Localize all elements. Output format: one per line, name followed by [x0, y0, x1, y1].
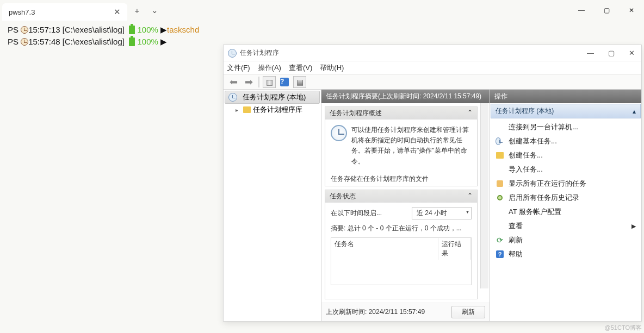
status-header[interactable]: 任务状态 ⌃: [325, 190, 477, 203]
task-icon: [496, 152, 504, 159]
tree-library[interactable]: ▸ 任务计划程序库: [224, 104, 321, 116]
task-max-button[interactable]: ▢: [606, 48, 617, 58]
task-menubar: 文件(F) 操作(A) 查看(V) 帮助(H): [224, 61, 641, 74]
enable-icon: [497, 195, 503, 200]
toolbar-panes-button[interactable]: ▥: [263, 76, 276, 88]
overview-header[interactable]: 任务计划程序概述 ⌃: [325, 107, 477, 120]
refresh-icon: ⟳: [496, 236, 504, 244]
task-icon: [496, 137, 501, 145]
clock-large-icon: [331, 125, 347, 141]
last-refresh-label: 上次刷新时间: 2024/2/11 15:57:49: [326, 307, 425, 317]
actions-section-label: 任务计划程序 (本地): [496, 106, 554, 116]
tree-library-label: 任务计划程序库: [253, 105, 302, 115]
action-view[interactable]: 查看▶: [490, 219, 641, 233]
expand-icon[interactable]: ▸: [236, 107, 241, 113]
overview-panel: 任务计划程序概述 ⌃ 可以使用任务计划程序来创建和管理计算机将在所指定的时间自动…: [325, 106, 478, 186]
task-scheduler-titlebar[interactable]: 任务计划程序 — ▢ ✕: [224, 45, 641, 61]
status-panel: 任务状态 ⌃ 在以下时间段启... 近 24 小时 摘要: 总计 0 个 - 0…: [325, 190, 478, 299]
tree-root[interactable]: 任务计划程序 (本地): [225, 91, 320, 104]
clock-icon: [21, 26, 28, 34]
clock-icon: [21, 38, 28, 46]
task-scheduler-window: 任务计划程序 — ▢ ✕ 文件(F) 操作(A) 查看(V) 帮助(H) ⬅ ➡…: [223, 45, 642, 322]
terminal-tab[interactable]: pwsh7.3 ✕: [2, 3, 127, 21]
tab-close-icon[interactable]: ✕: [114, 7, 121, 17]
nav-forward-button[interactable]: ➡: [242, 76, 255, 88]
overview-text: 可以使用任务计划程序来创建和管理计算机将在所指定的时间自动执行的常见任务。若要开…: [351, 125, 472, 167]
terminal-titlebar: pwsh7.3 ✕ + ⌄ — ▢ ✕: [0, 0, 644, 21]
task-close-button[interactable]: ✕: [627, 48, 637, 58]
status-summary: 摘要: 总计 0 个 - 0 个正在运行，0 个成功，...: [331, 224, 472, 233]
menu-file[interactable]: 文件(F): [227, 63, 250, 73]
toolbar-help-button[interactable]: ?: [278, 76, 291, 88]
center-footer: 上次刷新时间: 2024/2/11 15:57:49 刷新: [321, 303, 490, 321]
nav-back-button[interactable]: ⬅: [227, 76, 240, 88]
watermark: @51CTO博客: [605, 324, 642, 332]
toolbar-view-button[interactable]: ▤: [293, 76, 306, 88]
chevron-up-icon: ▴: [633, 108, 636, 115]
minimize-button[interactable]: —: [569, 0, 594, 21]
task-center-pane: 任务计划程序摘要(上次刷新时间: 2024/2/11 15:57:49) 任务计…: [321, 90, 490, 321]
maximize-button[interactable]: ▢: [594, 0, 619, 21]
chevron-right-icon: ▶: [631, 223, 636, 230]
action-enable-history[interactable]: 启用所有任务历史记录: [490, 191, 641, 205]
col-task-name[interactable]: 任务名: [331, 238, 438, 260]
collapse-icon[interactable]: ⌃: [467, 192, 473, 201]
col-run-result[interactable]: 运行结果: [438, 238, 471, 260]
battery-icon: [129, 37, 135, 46]
running-icon: [497, 180, 503, 187]
tab-title: pwsh7.3: [9, 8, 35, 16]
action-create-task[interactable]: 创建任务...: [490, 148, 641, 162]
task-window-controls: — ▢ ✕: [585, 48, 637, 58]
center-content: 任务计划程序概述 ⌃ 可以使用任务计划程序来创建和管理计算机将在所指定的时间自动…: [321, 103, 490, 303]
overview-title: 任务计划程序概述: [330, 109, 382, 118]
close-button[interactable]: ✕: [619, 0, 644, 21]
scrollbar[interactable]: [480, 103, 488, 288]
status-body: 在以下时间段启... 近 24 小时 摘要: 总计 0 个 - 0 个正在运行，…: [325, 203, 477, 290]
action-help[interactable]: ?帮助: [490, 247, 641, 261]
action-refresh[interactable]: ⟳刷新: [490, 233, 641, 247]
menu-help[interactable]: 帮助(H): [320, 63, 344, 73]
actions-pane: 操作 任务计划程序 (本地) ▴ 连接到另一台计算机... 创建基本任务... …: [490, 90, 641, 321]
new-tab-button[interactable]: +: [129, 3, 145, 18]
action-connect-computer[interactable]: 连接到另一台计算机...: [490, 120, 641, 134]
task-tree[interactable]: 任务计划程序 (本地) ▸ 任务计划程序库: [224, 90, 321, 321]
task-scheduler-title: 任务计划程序: [240, 48, 279, 58]
menu-action[interactable]: 操作(A): [258, 63, 281, 73]
task-table[interactable]: 任务名 运行结果: [331, 237, 472, 285]
action-at-service-config[interactable]: AT 服务帐户配置: [490, 205, 641, 219]
task-body: 任务计划程序 (本地) ▸ 任务计划程序库 任务计划程序摘要(上次刷新时间: 2…: [224, 90, 641, 321]
action-create-basic-task[interactable]: 创建基本任务...: [490, 134, 641, 148]
status-title: 任务状态: [330, 192, 356, 201]
menu-view[interactable]: 查看(V): [289, 63, 312, 73]
task-toolbar: ⬅ ➡ ▥ ? ▤: [224, 74, 641, 90]
summary-header: 任务计划程序摘要(上次刷新时间: 2024/2/11 15:57:49): [321, 90, 490, 103]
window-controls: — ▢ ✕: [569, 0, 644, 21]
terminal-line: PS 15:57:13 [C:\exes\alist\log] 100% ▶ta…: [8, 24, 636, 36]
actions-list: 连接到另一台计算机... 创建基本任务... 创建任务... 导入任务... 显…: [490, 119, 641, 262]
status-period-combo[interactable]: 近 24 小时: [412, 207, 472, 219]
refresh-button[interactable]: 刷新: [451, 306, 485, 318]
actions-header: 操作: [490, 90, 641, 103]
help-icon: ?: [496, 250, 504, 258]
overview-truncated: 任务存储在任务计划程序库的文件: [325, 172, 477, 186]
status-period-label: 在以下时间段启...: [331, 209, 382, 218]
actions-section[interactable]: 任务计划程序 (本地) ▴: [491, 104, 641, 118]
action-show-running-tasks[interactable]: 显示所有正在运行的任务: [490, 177, 641, 191]
clock-icon: [228, 93, 237, 102]
task-scheduler-icon: [228, 49, 237, 58]
collapse-icon[interactable]: ⌃: [467, 109, 473, 118]
action-import-task[interactable]: 导入任务...: [490, 162, 641, 177]
battery-icon: [129, 26, 135, 34]
overview-body: 可以使用任务计划程序来创建和管理计算机将在所指定的时间自动执行的常见任务。若要开…: [325, 120, 477, 172]
tab-dropdown-icon[interactable]: ⌄: [147, 3, 162, 18]
tree-root-label: 任务计划程序 (本地): [243, 92, 306, 102]
task-table-body: [331, 260, 471, 285]
task-min-button[interactable]: —: [585, 48, 596, 58]
task-table-header: 任务名 运行结果: [331, 238, 471, 260]
folder-icon: [243, 106, 251, 113]
